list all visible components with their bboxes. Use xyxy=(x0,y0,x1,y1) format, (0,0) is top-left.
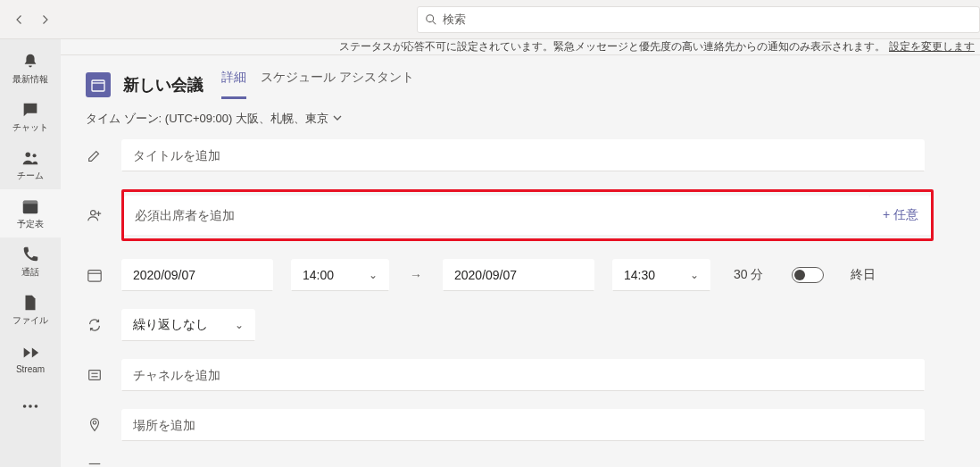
tab-detail[interactable]: 詳細 xyxy=(221,70,246,99)
channel-row xyxy=(86,359,955,391)
nav-arrows xyxy=(0,11,64,29)
rail-label: 最新情報 xyxy=(12,73,48,86)
file-icon xyxy=(21,293,40,313)
app-rail: 最新情報 チャット チーム 予定表 通話 ファイル Stream xyxy=(0,39,61,467)
add-optional-link[interactable]: + 任意 xyxy=(870,196,931,235)
attendees-highlight: + 任意 xyxy=(121,189,934,241)
datetime-row: 2020/09/07 14:00 ⌄ → 2020/09/07 14:30 ⌄ … xyxy=(86,259,955,291)
svg-rect-12 xyxy=(88,271,101,282)
title-field[interactable] xyxy=(121,139,925,171)
location-input[interactable] xyxy=(133,418,913,432)
allday-toggle[interactable] xyxy=(792,267,824,283)
location-field[interactable] xyxy=(121,409,925,441)
end-date-field[interactable]: 2020/09/07 xyxy=(443,259,594,291)
rail-calendar[interactable]: 予定表 xyxy=(0,189,61,238)
svg-point-11 xyxy=(91,211,96,215)
allday-label: 終日 xyxy=(851,267,876,283)
end-date-value: 2020/09/07 xyxy=(454,268,517,282)
svg-point-8 xyxy=(35,404,38,408)
attendees-row: + 任意 xyxy=(86,189,955,241)
svg-rect-9 xyxy=(92,80,104,91)
rail-files[interactable]: ファイル xyxy=(0,286,61,334)
page-title: 新しい会議 xyxy=(123,74,203,96)
start-date-field[interactable]: 2020/09/07 xyxy=(121,259,273,291)
start-time-value: 14:00 xyxy=(303,268,334,282)
svg-line-1 xyxy=(433,21,436,24)
svg-point-0 xyxy=(427,14,434,21)
end-time-field[interactable]: 14:30 ⌄ xyxy=(612,259,710,291)
more-icon xyxy=(21,396,40,416)
nav-forward-button[interactable] xyxy=(36,11,54,29)
chat-icon xyxy=(21,100,40,120)
description-row xyxy=(86,459,955,467)
search-input[interactable] xyxy=(443,13,972,26)
attendees-field[interactable] xyxy=(124,196,870,235)
rail-calls[interactable]: 通話 xyxy=(0,238,61,286)
status-notice: ステータスが応答不可に設定されています。緊急メッセージと優先度の高い連絡先からの… xyxy=(61,39,980,55)
title-row xyxy=(86,139,955,171)
content-area: ステータスが応答不可に設定されています。緊急メッセージと優先度の高い連絡先からの… xyxy=(61,39,980,467)
rail-label: チャット xyxy=(12,121,48,134)
channel-input[interactable] xyxy=(133,368,913,382)
chevron-down-icon: ⌄ xyxy=(369,269,378,281)
chevron-down-icon xyxy=(332,113,343,126)
search-box[interactable] xyxy=(417,6,980,33)
svg-rect-5 xyxy=(23,201,38,204)
svg-point-7 xyxy=(29,404,32,408)
rail-stream[interactable]: Stream xyxy=(0,334,61,382)
top-bar xyxy=(0,0,980,39)
notice-change-link[interactable]: 設定を変更します xyxy=(889,39,975,54)
tabs: 詳細 スケジュール アシスタント xyxy=(221,70,414,99)
svg-rect-14 xyxy=(89,371,101,380)
rail-label: ファイル xyxy=(12,314,48,327)
title-input[interactable] xyxy=(133,148,913,163)
recurrence-select[interactable]: 繰り返しなし ⌄ xyxy=(121,309,255,341)
search-icon xyxy=(425,13,437,26)
location-icon xyxy=(86,416,104,434)
end-time-value: 14:30 xyxy=(624,268,655,282)
attendees-input[interactable] xyxy=(135,208,860,222)
channel-field[interactable] xyxy=(121,359,925,391)
nav-back-button[interactable] xyxy=(11,11,29,29)
bell-icon xyxy=(21,52,40,71)
channel-icon xyxy=(86,366,104,384)
calendar-badge-icon xyxy=(86,72,111,97)
phone-icon xyxy=(21,245,40,264)
toggle-knob xyxy=(794,270,805,280)
teams-icon xyxy=(21,148,40,168)
clock-icon xyxy=(86,266,104,284)
chevron-down-icon: ⌄ xyxy=(690,269,699,281)
calendar-icon xyxy=(21,196,40,216)
edit-icon xyxy=(86,146,104,164)
timezone-selector[interactable]: タイム ゾーン: (UTC+09:00) 大阪、札幌、東京 xyxy=(61,98,980,139)
recurrence-row: 繰り返しなし ⌄ xyxy=(86,309,955,341)
recurrence-icon xyxy=(86,316,104,334)
svg-point-2 xyxy=(26,153,31,158)
page-header: 新しい会議 詳細 スケジュール アシスタント xyxy=(61,55,980,99)
timezone-label: タイム ゾーン: (UTC+09:00) 大阪、札幌、東京 xyxy=(86,111,328,127)
rail-label: 通話 xyxy=(21,266,39,279)
start-date-value: 2020/09/07 xyxy=(133,268,195,282)
rail-teams[interactable]: チーム xyxy=(0,141,61,189)
duration-label: 30 分 xyxy=(734,267,763,283)
add-person-icon xyxy=(86,206,104,224)
rail-label: 予定表 xyxy=(17,218,44,230)
tab-scheduling-assistant[interactable]: スケジュール アシスタント xyxy=(261,70,414,99)
description-icon xyxy=(86,459,104,467)
stream-icon xyxy=(21,343,40,363)
svg-point-6 xyxy=(23,404,27,408)
location-row xyxy=(86,409,955,441)
svg-point-17 xyxy=(93,421,96,425)
rail-chat[interactable]: チャット xyxy=(0,93,61,141)
svg-point-3 xyxy=(33,154,37,157)
recurrence-value: 繰り返しなし xyxy=(133,317,208,333)
rail-label: チーム xyxy=(17,170,44,182)
arrow-right-icon: → xyxy=(407,268,425,282)
rail-more[interactable] xyxy=(0,382,61,430)
rail-label: Stream xyxy=(16,364,45,374)
chevron-down-icon: ⌄ xyxy=(235,319,244,331)
notice-text: ステータスが応答不可に設定されています。緊急メッセージと優先度の高い連絡先からの… xyxy=(339,39,885,54)
start-time-field[interactable]: 14:00 ⌄ xyxy=(291,259,389,291)
rail-activity[interactable]: 最新情報 xyxy=(0,45,61,93)
meeting-form: + 任意 2020/09/07 14:00 ⌄ → 2020/09/07 xyxy=(61,139,980,467)
